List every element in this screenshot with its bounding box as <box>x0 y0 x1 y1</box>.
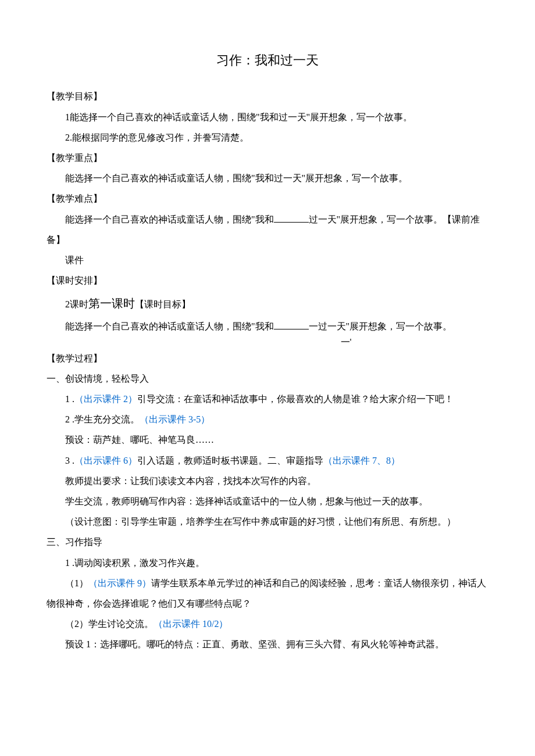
text-part: 一过一天"展开想象，写一个故事。 <box>309 321 452 331</box>
text-part: （2）学生讨论交流。 <box>65 619 154 629</box>
slide-reference: （出示课件 2） <box>74 394 137 404</box>
section-schedule: 【课时安排】 <box>47 270 488 291</box>
body-text: 预设：葫芦娃、哪吒、神笔马良…… <box>47 429 488 450</box>
body-text: 3 .（出示课件 6）引入话题，教师适时板书课题。二、审题指导（出示课件 7、8… <box>47 450 488 471</box>
section-teaching-process: 【教学过程】 <box>47 348 488 368</box>
body-text: 1 .调动阅读积累，激发习作兴趣。 <box>47 553 488 573</box>
slide-reference: （出示课件 7、8） <box>323 456 400 465</box>
design-intent: （设计意图：引导学生审题，培养学生在写作中养成审题的好习惯，让他们有所思、有所想… <box>47 511 488 532</box>
text-part: 能选择一个自己喜欢的神话或童话人物，围绕"我和 <box>65 321 274 331</box>
slide-reference: （出示课件 10/2） <box>154 619 228 629</box>
heading-level-1: 三、习作指导 <box>47 532 488 552</box>
inline-section-label: 【课时目标】 <box>135 299 191 309</box>
body-text: 能选择一个自己喜欢的神话或童话人物，围绕"我和过一天"展开想象，写一个故事。【课… <box>47 209 488 250</box>
body-text: 1 .（出示课件 2）引导交流：在童话和神话故事中，你最喜欢的人物是谁？给大家介… <box>47 389 488 409</box>
text-part: 2课时 <box>65 299 88 309</box>
body-text: 能选择一个自己喜欢的神话或童话人物，围绕"我和过一天"展开想象，写一个故事。 <box>47 168 488 188</box>
text-part: 过一天"展开想象，写一个故事。 <box>309 214 443 224</box>
stray-mark: 一' <box>47 336 488 347</box>
text-part: 2 .学生充分交流。 <box>65 414 140 424</box>
body-text: 教师提出要求：让我们读读文本内容，找找本次写作的内容。 <box>47 471 488 491</box>
slide-reference: （出示课件 6） <box>74 456 137 465</box>
fill-in-blank <box>274 329 309 329</box>
fill-in-blank <box>274 222 309 223</box>
text-part: 引导交流：在童话和神话故事中，你最喜欢的人物是谁？给大家介绍一下吧！ <box>137 394 454 404</box>
text-part: 引入话题，教师适时板书课题。二、审题指导 <box>137 456 323 465</box>
body-text: 2.能根据同学的意见修改习作，并誊写清楚。 <box>47 127 488 148</box>
document-page: 习作：我和过一天 【教学目标】 1能选择一个自己喜欢的神话或童话人物，围绕"我和… <box>0 0 535 689</box>
body-text: 预设 1：选择哪吒。哪吒的特点：正直、勇敢、坚强、拥有三头六臂、有风火轮等神奇武… <box>47 634 488 654</box>
slide-reference: （出示课件 9） <box>88 578 151 588</box>
heading-level-1: 一、创设情境，轻松导入 <box>47 368 488 389</box>
slide-reference: （出示课件 3-5） <box>140 414 210 424</box>
body-text: 2 .学生充分交流。（出示课件 3-5） <box>47 409 488 429</box>
body-text: 课件 <box>47 250 488 270</box>
body-text: 2课时第一课时【课时目标】 <box>47 291 488 316</box>
section-teaching-objectives: 【教学目标】 <box>47 86 488 106</box>
body-text: 能选择一个自己喜欢的神话或童话人物，围绕"我和一过一天"展开想象，写一个故事。 <box>47 316 488 336</box>
lesson-heading: 第一课时 <box>88 297 135 310</box>
document-title: 习作：我和过一天 <box>47 46 488 74</box>
body-text: 学生交流，教师明确写作内容：选择神话或童话中的一位人物，想象与他过一天的故事。 <box>47 491 488 511</box>
body-text: （1）（出示课件 9）请学生联系本单元学过的神话和自己的阅读经验，思考：童话人物… <box>47 573 488 614</box>
text-part: （1） <box>65 578 88 588</box>
text-part: 3 . <box>65 456 74 465</box>
text-part: 能选择一个自己喜欢的神话或童话人物，围绕"我和 <box>65 214 274 224</box>
section-teaching-difficulty: 【教学难点】 <box>47 188 488 209</box>
text-part: 1 . <box>65 394 74 404</box>
body-text: 1能选择一个自己喜欢的神话或童话人物，围绕"我和过一天"展开想象，写一个故事。 <box>47 107 488 127</box>
body-text: （2）学生讨论交流。（出示课件 10/2） <box>47 614 488 634</box>
section-teaching-focus: 【教学重点】 <box>47 148 488 168</box>
